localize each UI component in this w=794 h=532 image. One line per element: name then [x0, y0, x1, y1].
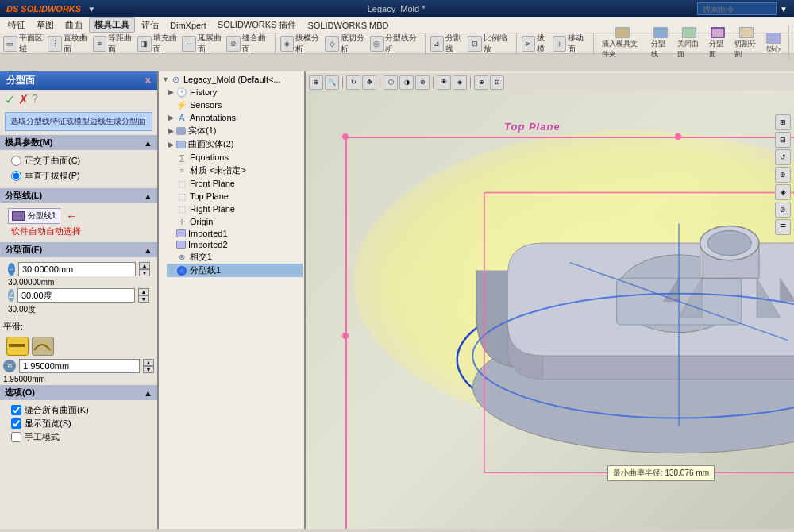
- section-view-btn[interactable]: ⊘: [415, 75, 430, 90]
- offset-surface-btn[interactable]: ≡: [93, 36, 107, 52]
- menu-evaluate[interactable]: 评估: [137, 18, 164, 32]
- extra-up-btn[interactable]: ▲: [143, 359, 154, 366]
- menu-sw-mbd[interactable]: SOLIDWORKS MBD: [303, 20, 393, 31]
- angle-spinner[interactable]: ▲ ▼: [138, 288, 149, 303]
- menu-mold-tools[interactable]: 模具工具: [89, 17, 135, 33]
- extra-input[interactable]: [19, 359, 140, 373]
- smooth-btn-1[interactable]: [6, 337, 29, 356]
- undercut-analysis-btn[interactable]: ◇: [325, 36, 339, 52]
- tree-item-sensors[interactable]: ⚡ Sensors: [167, 98, 303, 111]
- smooth-btn-2[interactable]: [32, 337, 54, 356]
- extend-surface-btn[interactable]: ↔: [182, 36, 196, 52]
- extra-spinner[interactable]: ▲ ▼: [143, 359, 154, 373]
- parting-line-section[interactable]: 分型线(L) ▲: [0, 188, 157, 203]
- distance-input[interactable]: [18, 262, 136, 276]
- viewport-3d[interactable]: Top Plane: [306, 91, 794, 529]
- parting-line-item[interactable]: 分型线1: [8, 208, 60, 224]
- menu-dimxpert[interactable]: DimXpert: [165, 20, 211, 31]
- rt-btn-7[interactable]: ☰: [775, 219, 791, 235]
- menu-sketch[interactable]: 草图: [32, 18, 59, 32]
- tree-item-intersect[interactable]: ⊗ 相交1: [167, 250, 303, 264]
- draft-analysis-btn[interactable]: ◈: [280, 36, 295, 52]
- extra-down-btn[interactable]: ▼: [143, 366, 154, 373]
- rt-btn-6[interactable]: ⊘: [775, 202, 791, 218]
- core-btn[interactable]: 型心: [763, 32, 784, 56]
- ok-button[interactable]: ✓: [5, 92, 15, 107]
- tree-item-origin-label: Origin: [190, 217, 213, 226]
- main-content: 分型面 ✕ ✓ ✗ ? 选取分型线特征或模型边线生成分型面 模具参数(M) ▲ …: [0, 71, 794, 529]
- tree-item-equations[interactable]: ∑ Equations: [167, 151, 303, 164]
- mold-params-section[interactable]: 模具参数(M) ▲: [0, 135, 157, 150]
- shut-off-btn[interactable]: 关闭曲面: [674, 26, 704, 60]
- menu-sw-addins[interactable]: SOLIDWORKS 插件: [213, 18, 302, 32]
- menu-features[interactable]: 特征: [3, 18, 30, 32]
- ruled-surface-btn[interactable]: ⋮: [48, 36, 62, 52]
- parting-analysis-btn[interactable]: ◎: [370, 36, 384, 52]
- plane-region-btn[interactable]: ▭: [3, 36, 17, 52]
- rt-btn-5[interactable]: ◈: [775, 184, 791, 200]
- check-stitch[interactable]: [11, 405, 21, 415]
- ps-close-icon[interactable]: ✕: [145, 76, 151, 85]
- angle-up-btn[interactable]: ▲: [138, 288, 149, 295]
- angle-down-btn[interactable]: ▼: [138, 295, 149, 303]
- rt-btn-1[interactable]: ⊞: [775, 114, 791, 130]
- view-display-btn[interactable]: ◑: [399, 75, 414, 90]
- zoom-in-btn[interactable]: 🔍: [325, 75, 339, 90]
- fill-surface-btn[interactable]: ◨: [137, 36, 152, 52]
- rt-btn-3[interactable]: ↺: [775, 149, 791, 165]
- scale-btn[interactable]: ⊡: [468, 36, 482, 52]
- rotate-btn[interactable]: ↻: [346, 75, 360, 90]
- tree-item-imported2[interactable]: Imported2: [167, 239, 303, 250]
- help-button[interactable]: ?: [32, 92, 38, 107]
- tree-item-partline[interactable]: 分型线1: [167, 264, 303, 277]
- check-preview[interactable]: [11, 418, 21, 429]
- insert-mold-btn[interactable]: 插入模具文件夹: [599, 26, 646, 60]
- parting-face-section[interactable]: 分型面(F) ▲: [0, 242, 157, 257]
- tree-item-top-plane[interactable]: ⬚ Top Plane: [167, 190, 303, 202]
- angle-input[interactable]: [17, 288, 135, 303]
- parting-line-btn[interactable]: 分型线: [648, 26, 672, 60]
- tree-item-annotations[interactable]: ▶ A Annotations: [167, 111, 303, 124]
- extra-icon: ⊕: [3, 360, 16, 372]
- intersect-icon: ⊗: [176, 252, 187, 263]
- distance-up-btn[interactable]: ▲: [139, 262, 150, 269]
- zoom-fit-btn[interactable]: ⊞: [309, 75, 323, 90]
- tree-item-front-plane[interactable]: ⬚ Front Plane: [167, 177, 303, 190]
- tree-root[interactable]: ▼ ⊙ Legacy_Mold (Default<...: [160, 73, 303, 86]
- distance-down-btn[interactable]: ▼: [139, 269, 150, 276]
- imported2-icon: [176, 241, 186, 249]
- mold-option-2-radio[interactable]: [11, 171, 21, 181]
- check-manual[interactable]: [11, 432, 21, 442]
- search-input[interactable]: [697, 2, 777, 15]
- tooling-split-btn[interactable]: 切割分割: [731, 26, 761, 60]
- menu-surface[interactable]: 曲面: [60, 18, 87, 32]
- mold-option-1-radio[interactable]: [11, 156, 21, 166]
- tree-root-label: Legacy_Mold (Default<...: [183, 75, 281, 84]
- tree-item-history[interactable]: ▶ 🕐 History: [167, 86, 303, 98]
- view-orientation-btn[interactable]: ⬡: [384, 75, 398, 90]
- rt-btn-2[interactable]: ⊟: [775, 132, 791, 148]
- hide-show-btn[interactable]: 👁: [437, 75, 451, 90]
- pan-btn[interactable]: ✥: [362, 75, 376, 90]
- parting-surface-btn[interactable]: 分型面: [706, 26, 730, 60]
- tree-item-origin[interactable]: ✛ Origin: [167, 215, 303, 228]
- stitch-surface-btn[interactable]: ⊕: [226, 36, 241, 52]
- tree-item-right-plane[interactable]: ⬚ Right Plane: [167, 202, 303, 215]
- tree-item-imported1[interactable]: Imported1: [167, 228, 303, 239]
- split-line-btn[interactable]: ⊿: [430, 36, 445, 52]
- assembly-btn[interactable]: ⊕: [474, 75, 488, 90]
- tree-item-solid[interactable]: ▶ 实体(1): [167, 124, 303, 137]
- parting-line-item-label: 分型线1: [28, 210, 56, 222]
- appearance-btn[interactable]: ◈: [453, 75, 467, 90]
- distance-spinner[interactable]: ▲ ▼: [139, 262, 150, 276]
- move-face-btn[interactable]: ↕: [553, 36, 567, 52]
- draft-btn[interactable]: ⊳: [522, 36, 536, 52]
- cancel-button[interactable]: ✗: [18, 92, 29, 107]
- tree-item-surface[interactable]: ▶ 曲面实体(2): [167, 137, 303, 151]
- tree-item-material[interactable]: ≡ 材质 <未指定>: [167, 164, 303, 177]
- options-section[interactable]: 选项(O) ▲: [0, 385, 157, 400]
- rt-btn-4[interactable]: ⊕: [775, 167, 791, 183]
- distance-icon: ↔: [8, 263, 15, 276]
- magnify-btn[interactable]: ⊡: [490, 75, 504, 90]
- info-box: 选取分型线特征或模型边线生成分型面: [5, 112, 152, 131]
